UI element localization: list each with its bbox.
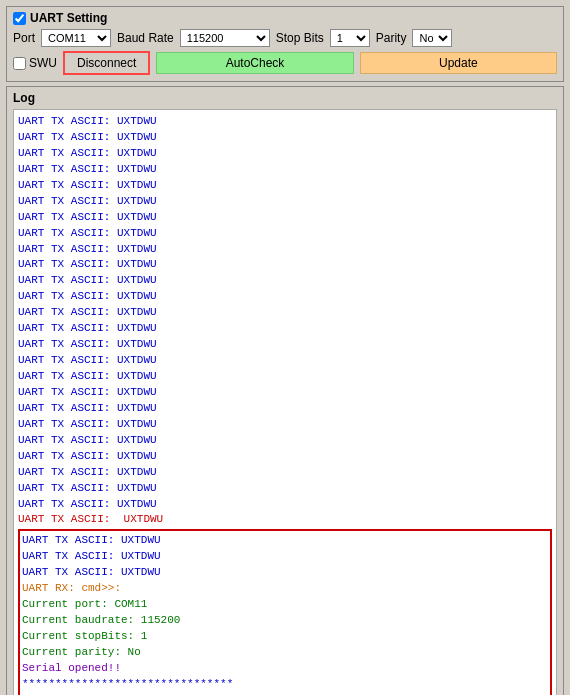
swu-label: SWU [29,56,57,70]
stopbits-label: Stop Bits [276,31,324,45]
log-line: UART TX ASCII: UXTDWU [18,210,552,226]
log-line: UART TX ASCII: UXTDWU [18,465,552,481]
autocheck-button[interactable]: AutoCheck [156,52,353,74]
log-line-stars: ******************************** [22,677,548,693]
uart-setting-section: UART Setting Port COM11 Baud Rate 115200… [6,6,564,82]
uart-setting-checkbox[interactable] [13,12,26,25]
log-line: UART TX ASCII: UXTDWU [18,162,552,178]
log-line: UART TX ASCII: UXTDWU [18,257,552,273]
buttons-row: SWU Disconnect AutoCheck Update [13,51,557,75]
log-line: UART TX ASCII: UXTDWU [18,130,552,146]
swu-checkbox[interactable] [13,57,26,70]
parity-label: Parity [376,31,407,45]
log-section: Log UART TX ASCII: UXTDWUUART TX ASCII: … [6,86,564,695]
log-line: UART TX ASCII: UXTDWU [18,226,552,242]
log-line-info: Current parity: No [22,645,548,661]
log-line: UART TX ASCII: UXTDWU [18,369,552,385]
parity-select[interactable]: No Even Odd [412,29,452,47]
baud-label: Baud Rate [117,31,174,45]
main-container: UART Setting Port COM11 Baud Rate 115200… [0,0,570,695]
update-button[interactable]: Update [360,52,557,74]
disconnect-button[interactable]: Disconnect [63,51,150,75]
port-row: Port COM11 Baud Rate 115200 9600 19200 3… [13,29,557,47]
baud-select[interactable]: 115200 9600 19200 38400 57600 230400 [180,29,270,47]
stopbits-select[interactable]: 1 2 [330,29,370,47]
log-line: UART TX ASCII: UXTDWU [18,289,552,305]
log-content[interactable]: UART TX ASCII: UXTDWUUART TX ASCII: UXTD… [13,109,557,695]
log-line: UART TX ASCII: UXTDWU [18,449,552,465]
log-line: UART TX ASCII: UXTDWU [18,321,552,337]
swu-checkbox-row: SWU [13,56,57,70]
log-line: UART TX ASCII: UXTDWU [18,353,552,369]
log-line-info: Current stopBits: 1 [22,629,548,645]
log-line: UART TX ASCII: UXTDWU [18,417,552,433]
log-line: UART TX ASCII: UXTDWU [18,194,552,210]
log-line-highlighted: UART TX ASCII: UXTDWU [22,549,548,565]
log-line: UART TX ASCII: UXTDWU [18,178,552,194]
log-line: UART TX ASCII: UXTDWU [18,433,552,449]
log-line: UART TX ASCII: UXTDWU [18,114,552,130]
log-line-info: Current baudrate: 115200 [22,613,548,629]
log-line-info: UART RX: cmd>>: [22,581,548,597]
log-line: UART TX ASCII: UXTDWU [18,242,552,258]
log-title: Log [13,91,557,105]
log-line-highlighted: UART TX ASCII: UXTDWU [22,565,548,581]
uart-title-row: UART Setting [13,11,557,25]
log-line: UART TX ASCII: UXTDWU [18,385,552,401]
log-line-red: UART TX ASCII: UXTDWU [18,512,552,528]
log-line-info: Current port: COM11 [22,597,548,613]
log-line: UART TX ASCII: UXTDWU [18,401,552,417]
port-label: Port [13,31,35,45]
log-line-info: Serial opened!! [22,661,548,677]
port-select[interactable]: COM11 [41,29,111,47]
log-line: UART TX ASCII: UXTDWU [18,146,552,162]
log-line: UART TX ASCII: UXTDWU [18,497,552,513]
log-line: UART TX ASCII: UXTDWU [18,305,552,321]
log-line: UART TX ASCII: UXTDWU [18,273,552,289]
uart-setting-title: UART Setting [30,11,107,25]
log-line: UART TX ASCII: UXTDWU [18,337,552,353]
log-line-highlighted: UART TX ASCII: UXTDWU [22,533,548,549]
log-highlighted-box: UART TX ASCII: UXTDWUUART TX ASCII: UXTD… [18,529,552,695]
log-line: UART TX ASCII: UXTDWU [18,481,552,497]
